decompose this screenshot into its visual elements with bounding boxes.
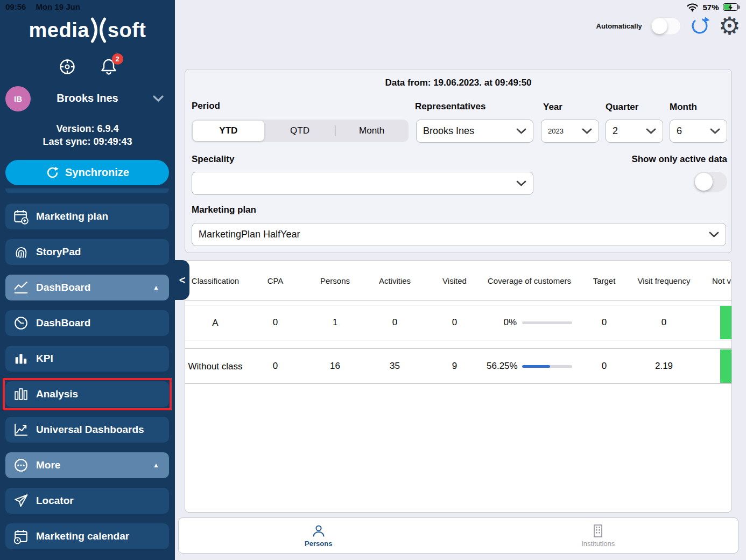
coverage-value: 0%: [487, 317, 517, 328]
status-cell-green: [720, 349, 731, 383]
navigation-arrow-icon: [13, 493, 29, 509]
representatives-value: Brooks Ines: [423, 125, 474, 137]
sidebar-item-more[interactable]: More ▲: [5, 452, 169, 478]
sidebar-item-dashboard-group[interactable]: DashBoard ▲: [5, 275, 169, 300]
coverage-progress-fill: [522, 365, 550, 368]
last-sync: Last sync: 09:49:43: [0, 136, 175, 148]
sidebar-item-storypad[interactable]: StoryPad: [5, 239, 169, 265]
coverage-value: 56.25%: [487, 361, 517, 372]
cell-target: 0: [574, 317, 634, 328]
column-chart-icon: [13, 386, 29, 402]
cell-persons: 1: [305, 317, 365, 328]
marketing-plan-label: Marketing plan: [192, 205, 256, 215]
sidebar-item-label: Analysis: [36, 388, 78, 400]
sidebar-item-label: Marketing calendar: [36, 530, 129, 542]
chevron-down-icon: [646, 128, 656, 134]
logo-text-right: soft: [108, 19, 146, 42]
sidebar-item-marketing-calendar[interactable]: Marketing calendar: [5, 523, 169, 549]
column-header-visit-frequency: Visit frequency: [634, 276, 694, 286]
cell-classification: Without class: [185, 361, 245, 372]
cell-classification: A: [185, 317, 245, 328]
charging-bolt-icon: [728, 4, 733, 11]
show-active-label: Show only active data: [631, 154, 727, 165]
chevron-down-icon: [516, 180, 526, 186]
month-label: Month: [670, 102, 697, 113]
cell-activities: 35: [365, 361, 425, 372]
sidebar-item-locator[interactable]: Locator: [5, 488, 169, 514]
tab-persons-label: Persons: [305, 540, 332, 548]
table-row[interactable]: Without class 0 16 35 9 56.25% 0 2.19: [185, 348, 731, 384]
quarter-dropdown[interactable]: 2: [606, 120, 663, 143]
sidebar-item-label: More: [36, 459, 60, 471]
logo-mark-icon: [87, 17, 110, 43]
cell-persons: 16: [305, 361, 365, 372]
settings-wheel-icon[interactable]: [58, 57, 77, 76]
cell-coverage: 0%: [484, 317, 574, 328]
column-header-persons: Persons: [305, 276, 365, 286]
sidebar-collapse-handle[interactable]: <: [175, 260, 189, 300]
bar-chart-icon: [13, 351, 29, 367]
status-date: Mon 19 Jun: [36, 2, 80, 11]
chevron-down-icon: [582, 128, 592, 134]
period-option-month[interactable]: Month: [336, 121, 407, 141]
notification-badge: 2: [112, 53, 123, 65]
sidebar-item-dashboard[interactable]: DashBoard: [5, 310, 169, 336]
calendar-clock-icon: [13, 528, 29, 544]
notifications-bell-icon[interactable]: 2: [100, 57, 118, 76]
sidebar-item-analysis[interactable]: Analysis: [5, 381, 169, 407]
period-option-ytd[interactable]: YTD: [193, 121, 264, 141]
classification-table: Classification CPA Persons Activities Vi…: [185, 260, 732, 513]
sidebar-item-label: Locator: [36, 495, 74, 507]
marketing-plan-value: MarketingPlan HalfYear: [199, 229, 300, 240]
year-dropdown[interactable]: 2023: [541, 120, 599, 143]
sidebar-item-marketing-plan[interactable]: Marketing plan: [5, 204, 169, 229]
data-from-label: Data from: 19.06.2023. at 09:49:50: [185, 78, 731, 88]
sidebar-item-label: DashBoard: [36, 317, 90, 329]
period-option-qtd[interactable]: QTD: [264, 121, 336, 141]
sidebar-item-label: Universal Dashboards: [36, 424, 144, 436]
chevron-down-icon: [516, 128, 526, 134]
coverage-progress-bar: [522, 321, 572, 324]
tab-persons[interactable]: Persons: [179, 518, 459, 553]
synchronize-button[interactable]: Synchronize: [5, 160, 169, 185]
gear-icon[interactable]: ⚙: [719, 15, 741, 37]
ellipsis-circle-icon: [13, 457, 29, 473]
refresh-icon[interactable]: [689, 15, 710, 37]
scrolled-item-sliver: [5, 188, 169, 193]
cell-cpa: 0: [245, 317, 305, 328]
app-logo: media soft: [0, 17, 175, 43]
sidebar-menu: Marketing plan StoryPad: [5, 204, 169, 549]
column-header-coverage: Coverage of customers: [484, 276, 574, 286]
wifi-icon: [686, 2, 699, 12]
quarter-value: 2: [613, 125, 618, 137]
trend-chart-icon: [13, 422, 29, 438]
cell-visited: 9: [425, 361, 484, 372]
user-menu[interactable]: IB Brooks Ines: [0, 85, 175, 113]
sidebar-item-label: Marketing plan: [36, 211, 108, 222]
person-icon: [311, 523, 326, 538]
app-root: 09:56 Mon 19 Jun media soft: [0, 0, 746, 560]
status-bar-right: 57%: [686, 2, 740, 12]
representatives-dropdown[interactable]: Brooks Ines: [416, 120, 533, 143]
tab-institutions[interactable]: Institutions: [459, 518, 738, 553]
collapse-caret-icon: ▲: [153, 284, 161, 291]
sidebar-item-universal-dashboards[interactable]: Universal Dashboards: [5, 417, 169, 443]
sidebar: 09:56 Mon 19 Jun media soft: [0, 0, 175, 560]
cell-visit-frequency: 0: [634, 317, 694, 328]
month-dropdown[interactable]: 6: [670, 120, 727, 143]
marketing-plan-dropdown[interactable]: MarketingPlan HalfYear: [192, 223, 726, 246]
table-row[interactable]: A 0 1 0 0 0% 0 0: [185, 305, 731, 340]
column-header-cpa: CPA: [245, 276, 305, 286]
sidebar-item-label: StoryPad: [36, 246, 81, 258]
cell-activities: 0: [365, 317, 425, 328]
speciality-dropdown[interactable]: [192, 172, 533, 195]
table-header: Classification CPA Persons Activities Vi…: [185, 261, 731, 301]
cell-target: 0: [574, 361, 634, 372]
main-content: 57% Automatically ⚙: [175, 0, 746, 560]
sidebar-item-label: KPI: [36, 353, 53, 365]
column-header-visited: Visited: [425, 276, 484, 286]
status-bar-left: 09:56 Mon 19 Jun: [5, 2, 80, 11]
automatically-toggle[interactable]: [650, 17, 681, 35]
sidebar-item-kpi[interactable]: KPI: [5, 346, 169, 372]
show-active-toggle[interactable]: [694, 172, 727, 192]
